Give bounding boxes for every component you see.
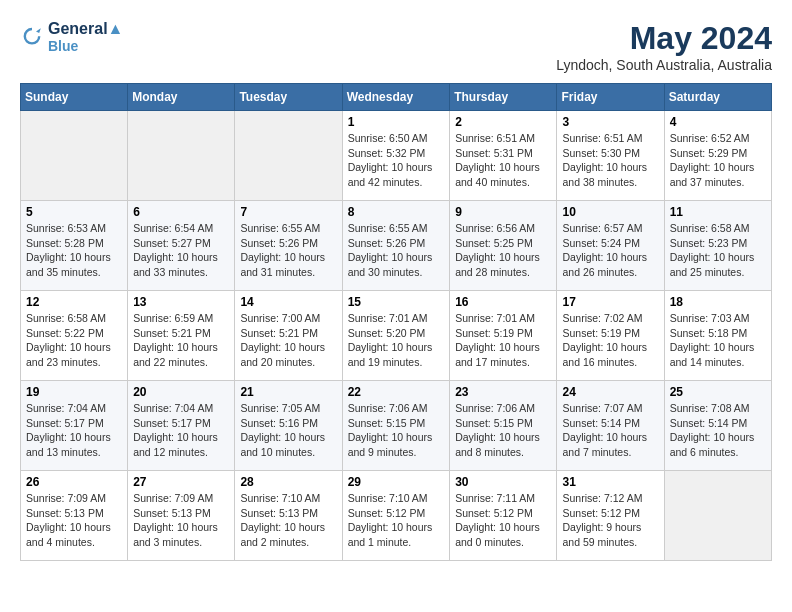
day-info: Sunrise: 7:01 AM Sunset: 5:19 PM Dayligh… <box>455 311 551 370</box>
day-info: Sunrise: 7:12 AM Sunset: 5:12 PM Dayligh… <box>562 491 658 550</box>
day-number: 18 <box>670 295 766 309</box>
day-number: 20 <box>133 385 229 399</box>
day-info: Sunrise: 6:51 AM Sunset: 5:31 PM Dayligh… <box>455 131 551 190</box>
logo-text: General▲ Blue <box>48 20 123 54</box>
col-header-sunday: Sunday <box>21 84 128 111</box>
calendar-cell: 3Sunrise: 6:51 AM Sunset: 5:30 PM Daylig… <box>557 111 664 201</box>
day-number: 29 <box>348 475 445 489</box>
calendar-cell <box>235 111 342 201</box>
calendar-cell: 12Sunrise: 6:58 AM Sunset: 5:22 PM Dayli… <box>21 291 128 381</box>
calendar-cell: 21Sunrise: 7:05 AM Sunset: 5:16 PM Dayli… <box>235 381 342 471</box>
location-title: Lyndoch, South Australia, Australia <box>556 57 772 73</box>
calendar-cell: 14Sunrise: 7:00 AM Sunset: 5:21 PM Dayli… <box>235 291 342 381</box>
day-info: Sunrise: 7:05 AM Sunset: 5:16 PM Dayligh… <box>240 401 336 460</box>
day-number: 17 <box>562 295 658 309</box>
calendar-cell: 17Sunrise: 7:02 AM Sunset: 5:19 PM Dayli… <box>557 291 664 381</box>
title-block: May 2024 Lyndoch, South Australia, Austr… <box>556 20 772 73</box>
calendar-cell: 7Sunrise: 6:55 AM Sunset: 5:26 PM Daylig… <box>235 201 342 291</box>
calendar-cell: 11Sunrise: 6:58 AM Sunset: 5:23 PM Dayli… <box>664 201 771 291</box>
day-number: 8 <box>348 205 445 219</box>
calendar-cell: 8Sunrise: 6:55 AM Sunset: 5:26 PM Daylig… <box>342 201 450 291</box>
day-number: 2 <box>455 115 551 129</box>
day-info: Sunrise: 6:57 AM Sunset: 5:24 PM Dayligh… <box>562 221 658 280</box>
day-info: Sunrise: 7:04 AM Sunset: 5:17 PM Dayligh… <box>133 401 229 460</box>
col-header-wednesday: Wednesday <box>342 84 450 111</box>
calendar-header-row: SundayMondayTuesdayWednesdayThursdayFrid… <box>21 84 772 111</box>
day-number: 24 <box>562 385 658 399</box>
calendar-cell: 19Sunrise: 7:04 AM Sunset: 5:17 PM Dayli… <box>21 381 128 471</box>
logo: General▲ Blue <box>20 20 123 54</box>
week-row-4: 19Sunrise: 7:04 AM Sunset: 5:17 PM Dayli… <box>21 381 772 471</box>
calendar-table: SundayMondayTuesdayWednesdayThursdayFrid… <box>20 83 772 561</box>
calendar-cell: 10Sunrise: 6:57 AM Sunset: 5:24 PM Dayli… <box>557 201 664 291</box>
day-info: Sunrise: 6:53 AM Sunset: 5:28 PM Dayligh… <box>26 221 122 280</box>
calendar-cell: 1Sunrise: 6:50 AM Sunset: 5:32 PM Daylig… <box>342 111 450 201</box>
calendar-cell: 28Sunrise: 7:10 AM Sunset: 5:13 PM Dayli… <box>235 471 342 561</box>
day-number: 25 <box>670 385 766 399</box>
day-info: Sunrise: 6:58 AM Sunset: 5:22 PM Dayligh… <box>26 311 122 370</box>
calendar-cell <box>128 111 235 201</box>
day-info: Sunrise: 7:02 AM Sunset: 5:19 PM Dayligh… <box>562 311 658 370</box>
day-number: 16 <box>455 295 551 309</box>
calendar-cell: 9Sunrise: 6:56 AM Sunset: 5:25 PM Daylig… <box>450 201 557 291</box>
day-number: 4 <box>670 115 766 129</box>
day-info: Sunrise: 7:00 AM Sunset: 5:21 PM Dayligh… <box>240 311 336 370</box>
calendar-cell: 13Sunrise: 6:59 AM Sunset: 5:21 PM Dayli… <box>128 291 235 381</box>
calendar-cell <box>21 111 128 201</box>
calendar-cell: 2Sunrise: 6:51 AM Sunset: 5:31 PM Daylig… <box>450 111 557 201</box>
day-info: Sunrise: 7:11 AM Sunset: 5:12 PM Dayligh… <box>455 491 551 550</box>
calendar-cell: 23Sunrise: 7:06 AM Sunset: 5:15 PM Dayli… <box>450 381 557 471</box>
calendar-cell: 27Sunrise: 7:09 AM Sunset: 5:13 PM Dayli… <box>128 471 235 561</box>
day-info: Sunrise: 7:08 AM Sunset: 5:14 PM Dayligh… <box>670 401 766 460</box>
calendar-cell: 24Sunrise: 7:07 AM Sunset: 5:14 PM Dayli… <box>557 381 664 471</box>
calendar-cell: 22Sunrise: 7:06 AM Sunset: 5:15 PM Dayli… <box>342 381 450 471</box>
col-header-saturday: Saturday <box>664 84 771 111</box>
calendar-cell <box>664 471 771 561</box>
calendar-cell: 6Sunrise: 6:54 AM Sunset: 5:27 PM Daylig… <box>128 201 235 291</box>
col-header-thursday: Thursday <box>450 84 557 111</box>
day-info: Sunrise: 7:07 AM Sunset: 5:14 PM Dayligh… <box>562 401 658 460</box>
day-info: Sunrise: 6:55 AM Sunset: 5:26 PM Dayligh… <box>240 221 336 280</box>
day-number: 19 <box>26 385 122 399</box>
day-number: 6 <box>133 205 229 219</box>
day-number: 3 <box>562 115 658 129</box>
day-info: Sunrise: 6:51 AM Sunset: 5:30 PM Dayligh… <box>562 131 658 190</box>
day-number: 13 <box>133 295 229 309</box>
day-info: Sunrise: 6:56 AM Sunset: 5:25 PM Dayligh… <box>455 221 551 280</box>
calendar-cell: 4Sunrise: 6:52 AM Sunset: 5:29 PM Daylig… <box>664 111 771 201</box>
calendar-cell: 25Sunrise: 7:08 AM Sunset: 5:14 PM Dayli… <box>664 381 771 471</box>
week-row-1: 1Sunrise: 6:50 AM Sunset: 5:32 PM Daylig… <box>21 111 772 201</box>
calendar-cell: 30Sunrise: 7:11 AM Sunset: 5:12 PM Dayli… <box>450 471 557 561</box>
day-number: 10 <box>562 205 658 219</box>
day-number: 27 <box>133 475 229 489</box>
day-number: 30 <box>455 475 551 489</box>
calendar-cell: 20Sunrise: 7:04 AM Sunset: 5:17 PM Dayli… <box>128 381 235 471</box>
col-header-friday: Friday <box>557 84 664 111</box>
calendar-cell: 26Sunrise: 7:09 AM Sunset: 5:13 PM Dayli… <box>21 471 128 561</box>
day-number: 22 <box>348 385 445 399</box>
day-number: 28 <box>240 475 336 489</box>
day-number: 5 <box>26 205 122 219</box>
day-info: Sunrise: 7:06 AM Sunset: 5:15 PM Dayligh… <box>348 401 445 460</box>
week-row-5: 26Sunrise: 7:09 AM Sunset: 5:13 PM Dayli… <box>21 471 772 561</box>
col-header-tuesday: Tuesday <box>235 84 342 111</box>
day-info: Sunrise: 6:52 AM Sunset: 5:29 PM Dayligh… <box>670 131 766 190</box>
col-header-monday: Monday <box>128 84 235 111</box>
day-info: Sunrise: 7:10 AM Sunset: 5:12 PM Dayligh… <box>348 491 445 550</box>
day-info: Sunrise: 7:10 AM Sunset: 5:13 PM Dayligh… <box>240 491 336 550</box>
calendar-cell: 15Sunrise: 7:01 AM Sunset: 5:20 PM Dayli… <box>342 291 450 381</box>
day-info: Sunrise: 7:04 AM Sunset: 5:17 PM Dayligh… <box>26 401 122 460</box>
calendar-cell: 31Sunrise: 7:12 AM Sunset: 5:12 PM Dayli… <box>557 471 664 561</box>
week-row-2: 5Sunrise: 6:53 AM Sunset: 5:28 PM Daylig… <box>21 201 772 291</box>
calendar-cell: 18Sunrise: 7:03 AM Sunset: 5:18 PM Dayli… <box>664 291 771 381</box>
day-info: Sunrise: 7:09 AM Sunset: 5:13 PM Dayligh… <box>26 491 122 550</box>
calendar-cell: 5Sunrise: 6:53 AM Sunset: 5:28 PM Daylig… <box>21 201 128 291</box>
day-number: 31 <box>562 475 658 489</box>
day-number: 14 <box>240 295 336 309</box>
calendar-cell: 16Sunrise: 7:01 AM Sunset: 5:19 PM Dayli… <box>450 291 557 381</box>
day-info: Sunrise: 7:03 AM Sunset: 5:18 PM Dayligh… <box>670 311 766 370</box>
day-number: 7 <box>240 205 336 219</box>
day-info: Sunrise: 6:54 AM Sunset: 5:27 PM Dayligh… <box>133 221 229 280</box>
day-info: Sunrise: 6:50 AM Sunset: 5:32 PM Dayligh… <box>348 131 445 190</box>
calendar-cell: 29Sunrise: 7:10 AM Sunset: 5:12 PM Dayli… <box>342 471 450 561</box>
